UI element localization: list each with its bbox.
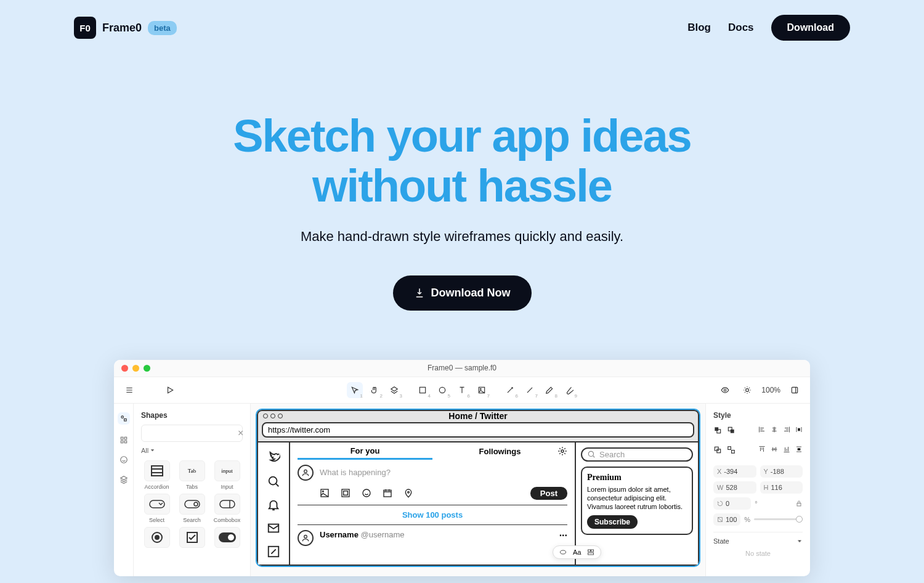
hand-tool-icon[interactable]: 2 xyxy=(367,382,383,398)
nav-docs[interactable]: Docs xyxy=(728,22,754,34)
canvas[interactable]: Home / Twitter https://twitter.com For y… xyxy=(251,404,705,576)
chevron-down-icon xyxy=(150,447,155,453)
premium-card: Premium Lorem ipsum dolor sit amet, cons… xyxy=(581,467,693,535)
distribute-h-icon[interactable] xyxy=(795,426,803,433)
shapes-search-input[interactable] xyxy=(149,430,234,437)
floating-toolbar[interactable]: Aa xyxy=(553,545,601,559)
ellipse-icon[interactable] xyxy=(559,548,567,556)
location-icon[interactable] xyxy=(403,488,413,498)
connector-tool-icon[interactable]: 6 xyxy=(502,382,518,398)
show-posts-link[interactable]: Show 100 posts xyxy=(298,505,567,525)
y-field[interactable]: Y-188 xyxy=(760,465,803,478)
shape-item[interactable]: TabTabs xyxy=(176,460,208,490)
chevron-down-icon[interactable] xyxy=(796,538,803,544)
align-icon[interactable] xyxy=(587,548,594,556)
hero: Sketch your app ideas without hassle Mak… xyxy=(0,55,924,335)
emoji-icon[interactable] xyxy=(362,488,371,498)
shape-item[interactable]: Combobox xyxy=(211,494,243,523)
image-icon[interactable] xyxy=(320,488,330,498)
subscribe-button[interactable]: Subscribe xyxy=(587,515,638,529)
aside-search[interactable]: Search xyxy=(581,447,693,462)
nav-download-button[interactable]: Download xyxy=(771,15,850,41)
shapes-filter[interactable]: All xyxy=(141,447,243,454)
opacity-field[interactable]: 100 xyxy=(713,513,740,526)
distribute-v-icon[interactable] xyxy=(795,446,803,453)
play-icon[interactable] xyxy=(162,382,178,398)
shapes-rail-icon[interactable] xyxy=(118,412,130,425)
svg-rect-12 xyxy=(124,441,127,443)
shape-item[interactable]: Accordion xyxy=(141,460,172,490)
hero-subtitle: Make hand-drawn style wireframes quickly… xyxy=(0,229,924,245)
image-tool-icon[interactable]: 7 xyxy=(474,382,490,398)
align-top-icon[interactable] xyxy=(758,446,766,453)
search-icon[interactable] xyxy=(267,475,280,488)
url-bar[interactable]: https://twitter.com xyxy=(262,422,694,438)
shape-item[interactable] xyxy=(176,527,208,550)
compose-input[interactable]: What is happening? xyxy=(320,468,391,477)
zoom-level[interactable]: 100% xyxy=(761,386,780,394)
clear-icon[interactable]: × xyxy=(238,428,243,439)
shapes-panel: Shapes × All Accordion TabTabs inputInpu… xyxy=(134,404,251,576)
emoji-rail-icon[interactable] xyxy=(120,455,128,464)
text-tool-icon[interactable]: 6 xyxy=(454,382,470,398)
line-tool-icon[interactable]: 7 xyxy=(522,382,538,398)
post-item[interactable]: Username @username ··· xyxy=(298,525,567,551)
pen-tool-icon[interactable]: 8 xyxy=(541,382,557,398)
group-icon[interactable] xyxy=(713,446,722,454)
cursor-tool-icon[interactable]: 1 xyxy=(347,382,363,398)
align-left-icon[interactable] xyxy=(758,426,766,433)
tab-followings[interactable]: Followings xyxy=(432,447,567,459)
post-button[interactable]: Post xyxy=(530,487,567,500)
align-center-icon[interactable] xyxy=(771,426,778,433)
lock-icon[interactable] xyxy=(795,500,803,507)
text-style-icon[interactable]: Aa xyxy=(573,548,581,556)
brand-name: Frame0 xyxy=(102,22,142,35)
more-icon[interactable]: ··· xyxy=(559,530,567,541)
frame-tool-icon[interactable]: 3 xyxy=(386,382,402,398)
rectangle-tool-icon[interactable]: 4 xyxy=(415,382,431,398)
shape-item[interactable]: inputInput xyxy=(211,460,243,490)
gif-icon[interactable] xyxy=(341,488,351,498)
svg-point-37 xyxy=(304,535,307,538)
brand[interactable]: F0 Frame0 beta xyxy=(74,17,177,39)
shape-item[interactable]: Search xyxy=(176,494,208,523)
shape-item[interactable] xyxy=(211,527,243,550)
nav-blog[interactable]: Blog xyxy=(687,22,711,34)
eye-icon[interactable] xyxy=(717,382,733,398)
menu-icon[interactable] xyxy=(121,382,137,398)
svg-point-18 xyxy=(194,502,198,506)
gear-icon[interactable] xyxy=(557,446,567,456)
download-now-button[interactable]: Download Now xyxy=(393,275,532,311)
align-bottom-icon[interactable] xyxy=(783,446,790,453)
bird-icon[interactable] xyxy=(267,451,280,465)
x-field[interactable]: X-394 xyxy=(713,465,756,478)
browser-frame[interactable]: Home / Twitter https://twitter.com For y… xyxy=(257,410,699,566)
align-middle-icon[interactable] xyxy=(771,446,778,453)
align-right-icon[interactable] xyxy=(783,426,790,433)
opacity-slider[interactable] xyxy=(754,518,803,520)
shape-item[interactable]: Select xyxy=(141,494,172,523)
tab-foryou[interactable]: For you xyxy=(298,446,432,460)
rotation-field[interactable]: 0 xyxy=(713,497,751,510)
send-back-icon[interactable] xyxy=(727,426,736,434)
layers-rail-icon[interactable] xyxy=(120,475,128,484)
shapes-search[interactable]: × xyxy=(141,425,243,442)
svg-point-13 xyxy=(120,457,127,463)
nav: Blog Docs Download xyxy=(687,15,850,41)
bring-front-icon[interactable] xyxy=(713,426,722,434)
mail-icon[interactable] xyxy=(267,521,280,535)
components-rail-icon[interactable] xyxy=(120,436,128,444)
h-field[interactable]: H116 xyxy=(760,481,803,494)
panel-toggle-icon[interactable] xyxy=(787,382,803,398)
ellipse-tool-icon[interactable]: 5 xyxy=(434,382,450,398)
ungroup-icon[interactable] xyxy=(727,446,736,454)
svg-point-1 xyxy=(439,387,445,393)
w-field[interactable]: W528 xyxy=(713,481,756,494)
brush-tool-icon[interactable]: 9 xyxy=(561,382,577,398)
svg-rect-9 xyxy=(121,437,123,439)
bell-icon[interactable] xyxy=(267,498,280,512)
schedule-icon[interactable] xyxy=(383,488,392,498)
shape-item[interactable] xyxy=(141,527,172,550)
edit-icon[interactable] xyxy=(267,545,280,558)
sun-icon[interactable] xyxy=(739,382,755,398)
